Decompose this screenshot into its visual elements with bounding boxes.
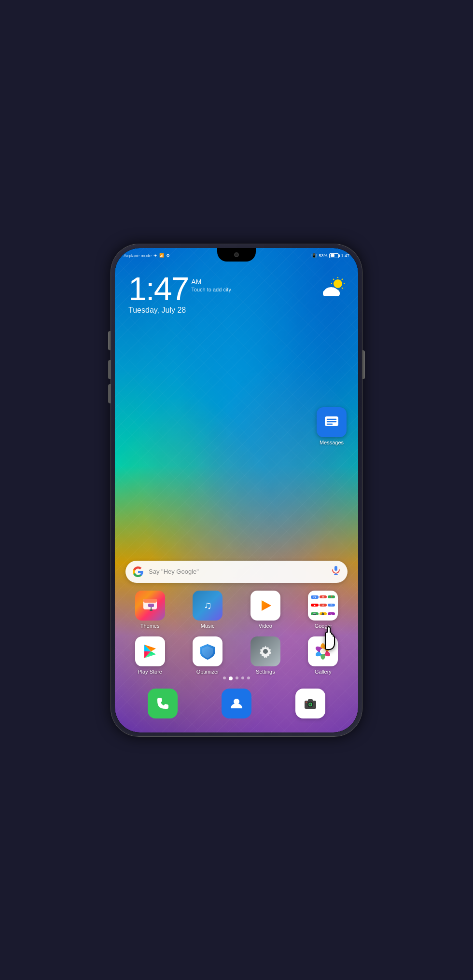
- app-row-2: Play Store: [125, 636, 348, 675]
- google-logo: [132, 566, 144, 578]
- status-left: Airplane mode ✈ 📶 ⚙: [124, 253, 170, 258]
- messages-icon-svg: [323, 414, 340, 430]
- clock-add-city: Touch to add city: [191, 287, 231, 292]
- page-dot-5[interactable]: [247, 676, 250, 679]
- gallery-label: Gallery: [315, 669, 332, 675]
- app-item-optimizer[interactable]: Optimizer: [183, 636, 232, 675]
- weather-icon: [321, 277, 347, 300]
- svg-line-5: [333, 279, 334, 280]
- dock-contacts[interactable]: [222, 689, 251, 718]
- airplane-mode-label: Airplane mode: [124, 253, 152, 258]
- status-time: 1:47: [341, 253, 349, 258]
- dock: [125, 684, 348, 723]
- weather-widget[interactable]: [321, 277, 347, 300]
- page-dot-2[interactable]: [229, 676, 233, 680]
- svg-line-6: [342, 288, 343, 289]
- messages-label: Messages: [320, 440, 344, 445]
- app-item-google[interactable]: G M 📍 ▶ A D 📷 🎥 G Google: [299, 591, 348, 629]
- contacts-icon: [222, 689, 251, 718]
- svg-marker-27: [262, 600, 271, 611]
- signal-icon: 📶: [159, 253, 164, 258]
- svg-rect-48: [306, 702, 307, 703]
- google-label: Google: [315, 623, 332, 629]
- phone-icon: [148, 689, 178, 718]
- themes-icon: [135, 591, 165, 621]
- playstore-icon: [135, 636, 165, 666]
- clock-widget[interactable]: 1:47 AM Touch to add city Tuesday, July …: [128, 272, 231, 315]
- optimizer-label: Optimizer: [196, 669, 219, 675]
- google-folder-icon: G M 📍 ▶ A D 📷 🎥 G: [308, 591, 338, 621]
- playstore-label: Play Store: [138, 669, 162, 675]
- battery-percent: 53%: [319, 253, 327, 258]
- clock-time-display: 1:47: [128, 272, 188, 305]
- svg-point-33: [263, 649, 268, 654]
- app-row-1: Themes ♫ Music: [125, 591, 348, 629]
- clock-ampm: AM: [191, 278, 231, 286]
- airplane-icon: ✈: [153, 253, 157, 258]
- notch: [217, 248, 256, 262]
- page-dot-1[interactable]: [223, 676, 226, 679]
- settings-icon: [250, 636, 280, 666]
- clock-date: Tuesday, July 28: [128, 306, 231, 315]
- music-label: Music: [201, 623, 215, 629]
- svg-rect-22: [148, 604, 154, 607]
- svg-rect-47: [308, 699, 313, 702]
- svg-rect-17: [334, 566, 337, 571]
- search-placeholder: Say "Hey Google": [149, 568, 331, 575]
- messages-app[interactable]: Messages: [317, 407, 347, 445]
- app-item-playstore[interactable]: Play Store: [125, 636, 174, 675]
- video-label: Video: [259, 623, 272, 629]
- svg-rect-24: [150, 609, 153, 611]
- status-right: 📳 53% 1:47: [311, 253, 349, 258]
- page-dot-4[interactable]: [241, 676, 244, 679]
- app-item-settings[interactable]: Settings: [241, 636, 290, 675]
- camera-icon: [295, 689, 325, 718]
- mic-icon[interactable]: [331, 566, 341, 578]
- messages-icon: [317, 407, 347, 437]
- app-item-video[interactable]: Video: [241, 591, 290, 629]
- battery-icon: [329, 253, 339, 258]
- svg-text:♫: ♫: [204, 599, 212, 611]
- svg-rect-12: [323, 291, 340, 296]
- vibrate-icon: 📳: [311, 253, 317, 258]
- app-item-gallery[interactable]: Gallery: [299, 636, 348, 675]
- music-icon: ♫: [193, 591, 223, 621]
- settings-status-icon: ⚙: [166, 253, 170, 258]
- app-item-themes[interactable]: Themes: [125, 591, 174, 629]
- dock-phone[interactable]: [148, 689, 178, 718]
- gallery-icon: [308, 636, 338, 666]
- search-bar[interactable]: Say "Hey Google": [125, 561, 348, 583]
- svg-rect-21: [143, 599, 157, 603]
- themes-label: Themes: [140, 623, 160, 629]
- svg-point-41: [321, 649, 325, 653]
- page-dot-3[interactable]: [236, 676, 238, 679]
- screen: Airplane mode ✈ 📶 ⚙ 📳 53% 1:47: [115, 248, 358, 732]
- optimizer-icon: [193, 636, 223, 666]
- page-indicators: [115, 676, 358, 680]
- svg-point-0: [334, 279, 342, 288]
- settings-label: Settings: [256, 669, 275, 675]
- phone-frame: Airplane mode ✈ 📶 ⚙ 📳 53% 1:47: [111, 244, 362, 736]
- svg-line-7: [342, 279, 343, 280]
- app-grid: Themes ♫ Music: [125, 591, 348, 675]
- app-item-music[interactable]: ♫ Music: [183, 591, 232, 629]
- video-icon: [250, 591, 280, 621]
- front-camera: [234, 252, 239, 257]
- dock-camera[interactable]: [295, 689, 325, 718]
